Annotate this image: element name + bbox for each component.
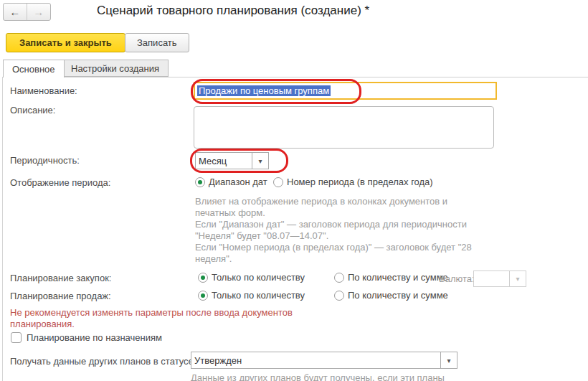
description-label: Описание: — [10, 105, 55, 116]
radio-on-icon — [198, 291, 208, 301]
help-line: Влияет на отображение периода в колонках… — [195, 196, 472, 207]
back-button[interactable]: ← — [4, 4, 27, 20]
radio-on-icon — [195, 177, 205, 187]
radio-on-icon — [198, 273, 208, 283]
currency-value — [474, 271, 509, 286]
radio-date-range[interactable]: Диапазон дат — [195, 177, 267, 187]
save-button[interactable]: Записать — [125, 33, 189, 52]
annotation-name-highlight — [191, 79, 361, 104]
content-left-border — [2, 77, 3, 381]
chevron-down-icon: ▾ — [509, 271, 526, 286]
scenario-creation-window: ← → Сценарий товарного планирования (соз… — [0, 0, 588, 381]
radio-off-icon — [334, 291, 344, 301]
radio-period-number[interactable]: Номер периода (в пределах года) — [273, 177, 433, 187]
description-textarea[interactable] — [194, 106, 494, 149]
nav-history-group: ← → — [3, 3, 51, 21]
radio-purchase-qty-sum-label: По количеству и сумме — [348, 272, 448, 283]
assignments-checkbox-row[interactable]: Планирование по назначениям — [11, 332, 162, 343]
tab-main[interactable]: Основное — [3, 60, 65, 77]
assignments-checkbox-label: Планирование по назначениям — [27, 332, 162, 343]
page-title: Сценарий товарного планирования (создани… — [97, 4, 369, 18]
radio-purchase-qty-only[interactable]: Только по количеству — [198, 272, 305, 283]
help-line: Если "Диапазон дат" — заголовок периода … — [195, 219, 472, 230]
other-plans-status-value: Утвержден — [191, 352, 440, 368]
help-line: Если "Номер периода (в пределах года)" —… — [195, 242, 472, 253]
radio-sales-qty-sum-label: По количеству и сумме — [348, 290, 448, 301]
warning-line: планирования. — [10, 319, 293, 330]
radio-sales-qty-only-label: Только по количеству — [212, 290, 305, 301]
back-arrow-icon: ← — [9, 6, 20, 18]
period-display-help: Влияет на отображение периода в колонках… — [195, 196, 472, 265]
tab-creation-settings[interactable]: Настройки создания — [62, 60, 169, 77]
forward-arrow-icon: → — [33, 6, 44, 18]
period-display-label: Отображение периода: — [10, 177, 110, 188]
radio-period-number-label: Номер периода (в пределах года) — [287, 177, 433, 187]
name-label: Наименование: — [10, 85, 77, 96]
sales-planning-label: Планирование продаж: — [10, 291, 111, 301]
annotation-periodicity-highlight — [190, 149, 288, 173]
currency-label: Валюта: — [439, 273, 475, 284]
checkbox-unchecked-icon — [11, 332, 22, 343]
radio-purchase-qty-sum[interactable]: По количеству и сумме — [334, 272, 448, 283]
warning-line: Не рекомендуется изменять параметры посл… — [10, 307, 293, 319]
content-top-border — [2, 77, 588, 77]
purchase-planning-label: Планирование закупок: — [10, 273, 111, 283]
other-plans-status-select[interactable]: Утвержден ▾ — [191, 352, 457, 369]
periodicity-label: Периодичность: — [10, 155, 80, 166]
radio-date-range-label: Диапазон дат — [209, 177, 267, 187]
radio-off-icon — [273, 177, 283, 187]
warning-text: Не рекомендуется изменять параметры посл… — [10, 307, 293, 330]
help-line: печатных форм. — [195, 207, 472, 219]
status-dropdown-button[interactable]: ▾ — [440, 352, 457, 368]
radio-sales-qty-only[interactable]: Только по количеству — [198, 290, 305, 301]
help-line: неделя". — [195, 253, 472, 265]
radio-off-icon — [334, 273, 344, 283]
chevron-down-icon: ▾ — [447, 357, 450, 364]
radio-purchase-qty-only-label: Только по количеству — [212, 272, 305, 283]
help-line: "Неделя" будет "08.07—14.07". — [195, 230, 472, 242]
save-and-close-button[interactable]: Записать и закрыть — [6, 33, 125, 52]
currency-select: ▾ — [473, 271, 526, 287]
radio-sales-qty-sum[interactable]: По количеству и сумме — [334, 290, 448, 301]
other-plans-status-label: Получать данные других планов в статусе: — [10, 356, 196, 367]
forward-button[interactable]: → — [27, 4, 51, 20]
other-plans-status-note: Данные из других планов будут получены, … — [191, 372, 445, 381]
